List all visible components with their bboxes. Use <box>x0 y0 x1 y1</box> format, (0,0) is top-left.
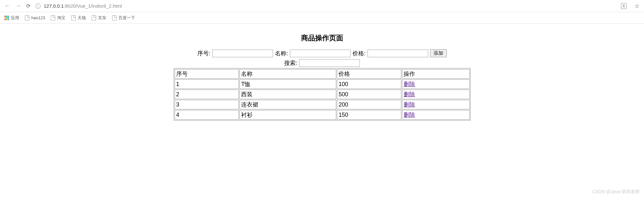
apps-button[interactable]: 应用 <box>4 15 19 21</box>
delete-link[interactable]: 删除 <box>404 91 415 98</box>
cell-price: 500 <box>337 90 401 99</box>
price-label: 价格: <box>352 50 366 57</box>
cell-price: 150 <box>337 110 401 120</box>
cell-id: 2 <box>175 90 239 99</box>
header-id: 序号 <box>175 69 239 79</box>
page-icon <box>71 15 76 20</box>
apps-grid-icon <box>4 16 9 20</box>
add-button[interactable]: 添加 <box>430 49 447 57</box>
bookmark-taobao[interactable]: 淘宝 <box>51 15 65 21</box>
bookmark-hao123[interactable]: hao123 <box>25 15 45 20</box>
cell-price: 100 <box>337 79 401 89</box>
cell-name: 连衣裙 <box>239 100 336 109</box>
cell-id: 4 <box>175 110 239 120</box>
table-row: 1 T恤 100 删除 <box>175 79 470 89</box>
table-header-row: 序号 名称 价格 操作 <box>175 69 470 79</box>
address-bar[interactable]: i 127.0.0.1:8020/Vue_1/index9_2.html <box>35 3 122 9</box>
page-content: 商品操作页面 序号: 名称: 价格: 添加 搜索: 序号 名称 价格 操作 1 … <box>0 24 644 121</box>
cell-name: 西装 <box>239 90 336 99</box>
page-icon <box>25 15 29 20</box>
table-row: 2 西装 500 删除 <box>175 90 470 99</box>
cell-id: 3 <box>175 100 239 109</box>
id-label: 序号: <box>197 50 210 57</box>
site-info-icon[interactable]: i <box>35 4 41 9</box>
forward-button[interactable]: → <box>15 3 21 9</box>
id-input[interactable] <box>212 50 273 57</box>
browser-toolbar: ← → ⟳ i 127.0.0.1:8020/Vue_1/index9_2.ht… <box>0 0 644 12</box>
url-text: 127.0.0.1:8020/Vue_1/index9_2.html <box>44 3 122 9</box>
table-row: 3 连衣裙 200 删除 <box>175 100 470 109</box>
product-table: 序号 名称 价格 操作 1 T恤 100 删除 2 西装 500 删除 3 连衣… <box>174 68 471 121</box>
cell-name: T恤 <box>239 79 336 89</box>
bookmark-star-icon[interactable]: ☆ <box>634 3 640 10</box>
name-label: 名称: <box>275 50 288 57</box>
search-row: 搜索: <box>284 59 360 67</box>
apps-label: 应用 <box>11 15 19 21</box>
page-icon <box>92 15 96 20</box>
search-input[interactable] <box>299 59 360 67</box>
header-action: 操作 <box>402 69 469 79</box>
cell-id: 1 <box>175 79 239 89</box>
page-icon <box>112 15 117 20</box>
delete-link[interactable]: 删除 <box>404 101 415 108</box>
delete-link[interactable]: 删除 <box>404 112 415 118</box>
bookmark-baidu[interactable]: 百度一下 <box>112 15 135 21</box>
form-row: 序号: 名称: 价格: 添加 <box>197 49 447 57</box>
delete-link[interactable]: 删除 <box>404 81 415 87</box>
price-input[interactable] <box>367 50 428 57</box>
page-icon <box>51 15 55 20</box>
table-row: 4 衬衫 150 删除 <box>175 110 470 120</box>
name-input[interactable] <box>290 50 351 57</box>
bookmarks-bar: 应用 hao123 淘宝 天猫 京东 百度一下 <box>0 12 644 24</box>
header-name: 名称 <box>239 69 336 79</box>
header-price: 价格 <box>337 69 401 79</box>
reload-button[interactable]: ⟳ <box>26 3 30 9</box>
search-label: 搜索: <box>284 59 297 67</box>
bookmark-tmall[interactable]: 天猫 <box>71 15 86 21</box>
back-button[interactable]: ← <box>4 3 10 9</box>
cell-price: 200 <box>337 100 401 109</box>
translate-icon[interactable]: 文 <box>621 3 627 9</box>
page-title: 商品操作页面 <box>301 33 343 43</box>
bookmark-jd[interactable]: 京东 <box>92 15 106 21</box>
cell-name: 衬衫 <box>239 110 336 120</box>
